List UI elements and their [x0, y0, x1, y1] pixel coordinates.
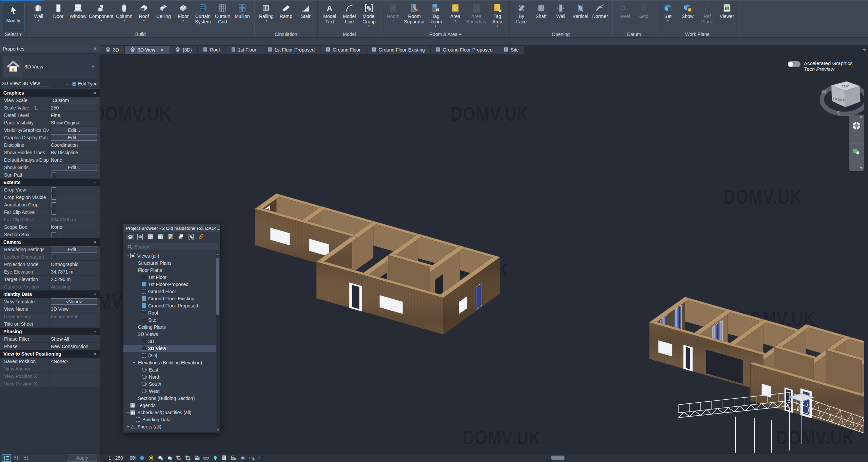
type-selector[interactable]: 3D View ▼ — [2, 54, 98, 79]
tool-window[interactable]: Window — [68, 2, 88, 20]
tool-curtain-grid[interactable]: CurtainGrid — [213, 2, 232, 25]
property-value[interactable]: Fine — [49, 112, 100, 119]
tool-curtain-system[interactable]: CurtainSystem — [193, 2, 213, 25]
edit-type-button[interactable]: ▦ Edit Type — [72, 81, 98, 86]
tree-item-1st-floor[interactable]: 1st Floor — [123, 274, 216, 281]
building-model-right[interactable] — [639, 274, 864, 453]
property-value[interactable]: Edit... — [49, 134, 100, 141]
checkbox[interactable] — [52, 202, 56, 207]
expander-icon[interactable]: − — [132, 360, 136, 365]
legends-icon[interactable] — [146, 233, 154, 240]
tool-model-line[interactable]: ModelLine — [339, 2, 359, 25]
tool-railing[interactable]: Railing▾ — [256, 2, 276, 23]
views-icon[interactable] — [126, 233, 134, 240]
tool-room-separator[interactable]: RoomSeparator — [403, 2, 426, 25]
property-value[interactable]: None — [49, 156, 100, 163]
property-value[interactable]: Coordination — [49, 141, 100, 148]
section-header-view-to-sheet-positioning[interactable]: View to Sheet Positioning« — [0, 350, 100, 358]
tree-item-roof[interactable]: Roof — [123, 309, 216, 316]
property-value[interactable] — [49, 194, 100, 201]
property-value[interactable]: None — [49, 223, 100, 230]
view-tab-ground-floor[interactable]: Ground Floor — [320, 46, 366, 54]
rendering-dialog-icon[interactable] — [166, 454, 173, 461]
collapse-icon[interactable]: « — [93, 293, 97, 295]
crop-region-icon[interactable] — [184, 454, 191, 461]
close-icon[interactable]: ✕ — [93, 46, 97, 51]
tree-scrollbar[interactable]: ▲ ▼ — [216, 252, 220, 433]
property-value[interactable]: Custom — [49, 97, 100, 104]
chevron-down-icon[interactable]: ▼ — [91, 64, 95, 68]
value-button[interactable]: Edit... — [51, 127, 97, 133]
tool-column[interactable]: Column▾ — [114, 2, 134, 23]
tool-vertical[interactable]: Vertical — [571, 2, 590, 20]
value-button[interactable]: Edit... — [51, 134, 97, 141]
tree-item-3d-view[interactable]: 3D View — [123, 345, 216, 352]
3d-views-icon[interactable] — [136, 233, 144, 240]
section-header-phasing[interactable]: Phasing« — [0, 328, 100, 335]
expander-icon[interactable]: − — [126, 424, 130, 429]
visual-style-icon[interactable] — [139, 454, 145, 461]
reveal-constraints-icon[interactable] — [249, 454, 255, 461]
tree-item-legends[interactable]: Legends — [123, 402, 216, 409]
property-value[interactable]: <None> — [49, 358, 100, 365]
view-tab--3d-[interactable]: {3D} — [170, 46, 198, 54]
apply-button[interactable]: Apply — [67, 455, 97, 462]
property-value[interactable] — [49, 208, 100, 216]
tree-item-ground-floor-existing[interactable]: Ground Floor-Existing — [123, 295, 216, 302]
value-input[interactable]: Custom — [51, 97, 98, 103]
section-header-identity-data[interactable]: Identity Data« — [0, 290, 100, 298]
view-tab-3d[interactable]: 3D — [100, 46, 125, 54]
property-value[interactable]: Orthographic — [49, 261, 100, 268]
collapse-icon[interactable]: « — [93, 241, 97, 243]
expander-icon[interactable]: − — [126, 253, 130, 258]
sheets-icon[interactable] — [166, 233, 175, 240]
tree-item-elevations-building-elevation-[interactable]: −Elevations (Building Elevation) — [123, 359, 216, 366]
view-tab-3d-view[interactable]: 3D View✕ — [125, 46, 170, 54]
section-header-graphics[interactable]: Graphics« — [0, 89, 100, 97]
zoom-icon[interactable] — [852, 147, 861, 156]
tool-ceiling[interactable]: Ceiling — [154, 2, 173, 20]
sort-descending-button[interactable]: ZA — [22, 454, 31, 462]
collapse-control-bar-icon[interactable]: ‹ — [258, 455, 260, 461]
tool-component[interactable]: Component▾ — [88, 2, 114, 23]
tree-item-schedules-quantities-all-[interactable]: −Schedules/Quantities (all) — [123, 409, 216, 416]
chevron-down-icon[interactable]: ⏷ — [860, 166, 863, 170]
tree-item-east[interactable]: East — [123, 366, 216, 373]
view-scale-button[interactable]: 1 : 250 — [106, 455, 126, 461]
tool-viewer[interactable]: Viewer — [717, 2, 737, 20]
collapse-icon[interactable]: « — [93, 330, 97, 333]
revit-links-icon[interactable] — [187, 233, 195, 240]
property-value[interactable] — [49, 231, 100, 238]
groups-icon[interactable] — [177, 233, 185, 240]
tab-overflow-icon[interactable]: ⏷ — [863, 47, 866, 52]
tool-shaft[interactable]: Shaft — [531, 2, 551, 20]
property-value[interactable] — [49, 320, 100, 327]
chevron-down-icon[interactable]: ⌄ — [65, 81, 68, 86]
property-value[interactable]: 3D View — [49, 305, 100, 313]
tool-tag-room[interactable]: 1TagRoom▾ — [426, 2, 446, 28]
locked-3d-view-icon[interactable] — [194, 454, 200, 461]
tool-stair[interactable]: Stair — [296, 2, 315, 20]
view-tab-roof[interactable]: Roof — [198, 46, 226, 54]
property-value[interactable] — [49, 201, 100, 208]
tool-mullion[interactable]: Mullion — [232, 2, 252, 20]
instance-selector[interactable]: 3D View: 3D View — [2, 81, 50, 86]
sort-ascending-button[interactable]: AZ — [12, 454, 21, 462]
view-tab-1st-floor[interactable]: 1st Floor — [226, 46, 262, 54]
tree-item-site[interactable]: Site — [123, 316, 216, 323]
value-button[interactable]: Edit... — [51, 246, 97, 253]
view-tab-1st-floor-proposed[interactable]: 1st Floor-Proposed — [262, 46, 320, 54]
schedules-icon[interactable] — [156, 233, 164, 240]
properties-title-bar[interactable]: Properties ✕ — [0, 45, 100, 53]
collapse-icon[interactable]: « — [93, 353, 97, 355]
tree-item-sheets-all-[interactable]: −Sheets (all) — [123, 423, 216, 430]
tool-floor[interactable]: Floor▾ — [173, 2, 193, 23]
tool-show[interactable]: Show — [678, 2, 697, 20]
property-value[interactable]: 250 — [49, 104, 100, 111]
section-header-extents[interactable]: Extents« — [0, 179, 100, 186]
section-header-camera[interactable]: Camera« — [0, 238, 100, 246]
checkbox[interactable] — [52, 173, 56, 177]
property-value[interactable] — [49, 171, 100, 178]
collapse-icon[interactable]: « — [93, 181, 97, 183]
expander-icon[interactable]: + — [132, 260, 136, 265]
